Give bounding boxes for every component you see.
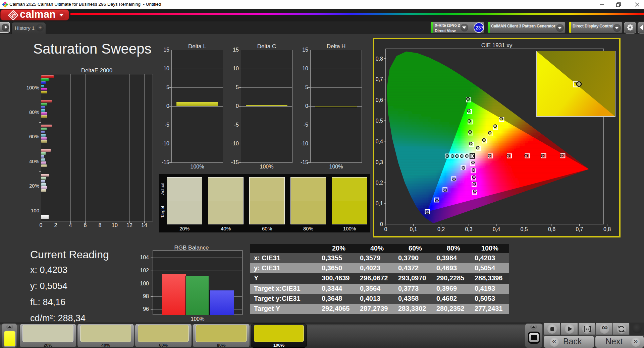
svg-text:0,1: 0,1 [376,201,383,206]
svg-text:0,5: 0,5 [376,118,383,124]
svg-text:CIE 1931 xy: CIE 1931 xy [481,42,513,49]
svg-text:0: 0 [384,226,387,232]
svg-text:0,8: 0,8 [603,226,611,232]
svg-text:0,1: 0,1 [410,226,417,232]
svg-text:0: 0 [380,221,383,227]
svg-text:0,4: 0,4 [493,226,500,232]
svg-text:0,6: 0,6 [376,97,383,103]
svg-text:0,6: 0,6 [548,226,555,232]
svg-text:0,7: 0,7 [576,226,583,232]
svg-text:0,8: 0,8 [376,56,383,62]
svg-text:0,3: 0,3 [465,226,472,232]
svg-text:0,4: 0,4 [376,139,383,144]
svg-text:0,3: 0,3 [376,159,383,165]
svg-text:0,7: 0,7 [376,76,383,82]
svg-text:0,2: 0,2 [376,180,383,186]
svg-text:0,2: 0,2 [437,226,445,232]
svg-text:0,5: 0,5 [520,226,528,232]
